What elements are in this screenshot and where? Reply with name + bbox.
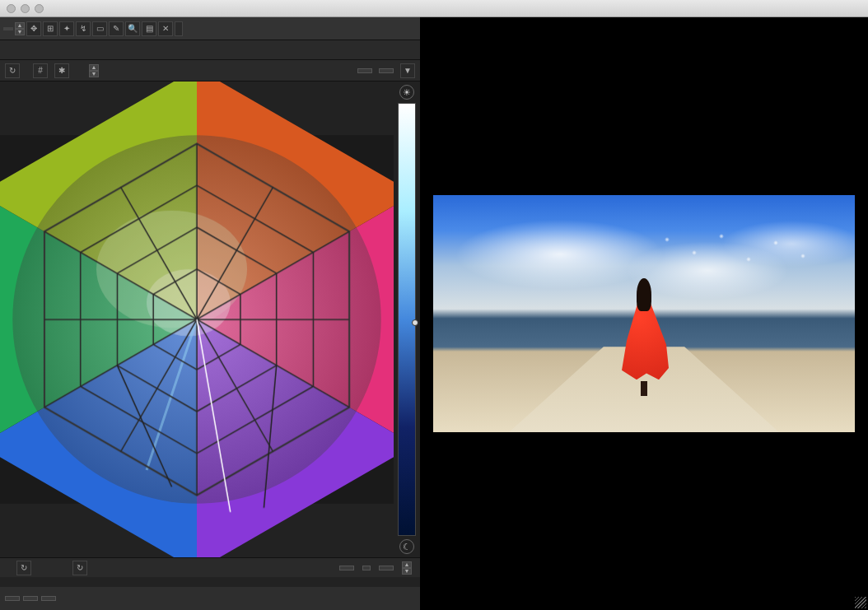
left-panel: ▲▼ ✥ ⊞ ✦ ↯ ▭ ✎ 🔍 ▤ ✕ ↻ # ✱ ▲▼ xyxy=(0,17,420,610)
preview-image[interactable] xyxy=(433,195,855,432)
sun-icon[interactable]: ☀ xyxy=(399,85,414,100)
color-wheel[interactable] xyxy=(0,81,394,557)
marquee-tool-icon[interactable]: ▭ xyxy=(92,21,107,36)
grid-up-button[interactable]: ▲ xyxy=(89,64,99,71)
exact-button[interactable] xyxy=(175,21,183,36)
compass-tool-icon[interactable]: ✦ xyxy=(59,21,74,36)
svg-point-9 xyxy=(147,269,231,336)
moon-icon[interactable]: ☾ xyxy=(399,539,414,554)
swatch-3[interactable] xyxy=(224,21,242,36)
top-toolbar: ▲▼ ✥ ⊞ ✦ ↯ ▭ ✎ 🔍 ▤ ✕ xyxy=(0,17,420,40)
zoom-button[interactable] xyxy=(35,4,44,13)
grid-icon[interactable]: # xyxy=(33,63,48,78)
gamma-up-button[interactable]: ▲ xyxy=(402,561,412,568)
sliders-panel xyxy=(0,577,420,587)
hue-reset-icon[interactable]: ↻ xyxy=(16,561,31,575)
save-3dlut-button[interactable] xyxy=(5,596,20,601)
mode-down-button[interactable]: ▼ xyxy=(15,29,25,35)
lasso-tool-icon[interactable]: ↯ xyxy=(76,21,91,36)
resize-handle-icon[interactable] xyxy=(855,597,866,608)
reset-icon[interactable]: ↻ xyxy=(5,63,20,78)
move-tool-icon[interactable]: ✥ xyxy=(26,21,41,36)
luminance-gradient[interactable] xyxy=(398,103,416,536)
lut-to-ps-button[interactable] xyxy=(41,596,56,601)
l-button[interactable] xyxy=(362,566,371,570)
smooth-button[interactable] xyxy=(339,566,354,570)
titlebar xyxy=(0,0,868,17)
image-from-ps-button[interactable] xyxy=(23,596,38,601)
bottom-toolbar xyxy=(0,587,420,610)
layout-tool-icon[interactable]: ▤ xyxy=(142,21,156,36)
wheel-status-bar: ↻ ↻ ▲▼ xyxy=(0,557,420,577)
swatch-1[interactable] xyxy=(184,21,203,36)
x-tool-icon[interactable]: ✕ xyxy=(158,21,173,36)
sat-reset-icon[interactable]: ↻ xyxy=(72,561,87,575)
swatch-2[interactable] xyxy=(204,21,222,36)
grid-down-button[interactable]: ▼ xyxy=(89,71,99,77)
close-button[interactable] xyxy=(7,4,16,13)
picker-tool-icon[interactable]: ✎ xyxy=(109,21,124,36)
zoom-tool-icon[interactable]: 🔍 xyxy=(125,21,140,36)
luminance-bar: ☀ ☾ xyxy=(394,81,420,557)
gamma-select[interactable] xyxy=(379,566,394,570)
double-button[interactable] xyxy=(379,68,394,73)
grid-bar: ↻ # ✱ ▲▼ ▼ xyxy=(0,60,420,81)
luminance-handle[interactable] xyxy=(412,319,418,326)
color-model-select[interactable] xyxy=(3,27,13,30)
gamma-down-button[interactable]: ▼ xyxy=(402,568,412,575)
dropdown-icon[interactable]: ▼ xyxy=(400,63,415,78)
hex-icon[interactable]: ✱ xyxy=(54,63,69,78)
grid-tool-icon[interactable]: ⊞ xyxy=(43,21,58,36)
pin-all-button[interactable] xyxy=(357,68,372,73)
preview-panel xyxy=(420,17,868,610)
tabs xyxy=(0,40,420,60)
mode-up-button[interactable]: ▲ xyxy=(15,22,25,29)
minimize-button[interactable] xyxy=(21,4,30,13)
